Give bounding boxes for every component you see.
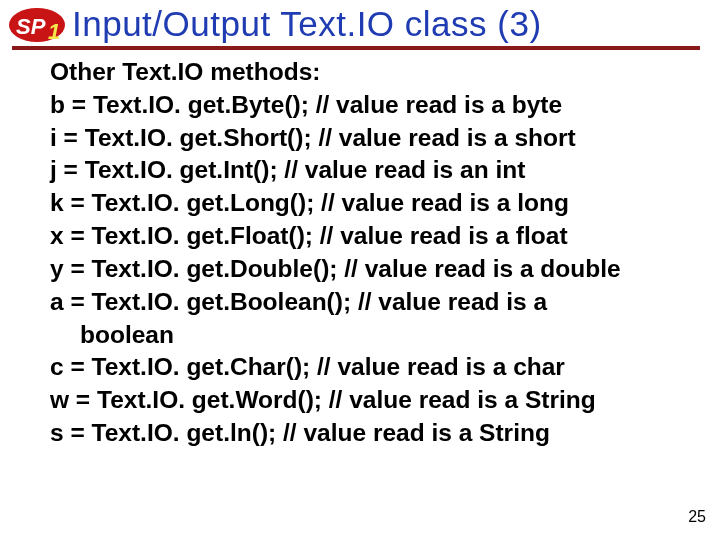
code-line: x = Text.IO. get.Float(); // value read … bbox=[50, 220, 692, 253]
logo-text-main: SP bbox=[16, 14, 46, 39]
code-line: j = Text.IO. get.Int(); // value read is… bbox=[50, 154, 692, 187]
code-line: k = Text.IO. get.Long(); // value read i… bbox=[50, 187, 692, 220]
code-line: c = Text.IO. get.Char(); // value read i… bbox=[50, 351, 692, 384]
code-line: w = Text.IO. get.Word(); // value read i… bbox=[50, 384, 692, 417]
sp1-logo-icon: SP 1 bbox=[8, 7, 66, 43]
slide-title: Input/Output Text.IO class (3) bbox=[72, 4, 542, 44]
page-number: 25 bbox=[688, 508, 706, 526]
code-line: y = Text.IO. get.Double(); // value read… bbox=[50, 253, 692, 286]
lead-line: Other Text.IO methods: bbox=[50, 56, 692, 89]
slide: SP 1 Input/Output Text.IO class (3) Othe… bbox=[0, 0, 720, 540]
code-line: i = Text.IO. get.Short(); // value read … bbox=[50, 122, 692, 155]
slide-body: Other Text.IO methods: b = Text.IO. get.… bbox=[0, 50, 720, 518]
code-line: s = Text.IO. get.ln(); // value read is … bbox=[50, 417, 692, 450]
code-line: b = Text.IO. get.Byte(); // value read i… bbox=[50, 89, 692, 122]
slide-header: SP 1 Input/Output Text.IO class (3) bbox=[0, 0, 720, 44]
code-line: a = Text.IO. get.Boolean(); // value rea… bbox=[50, 286, 692, 319]
code-line-continuation: boolean bbox=[50, 319, 692, 352]
logo-text-sub: 1 bbox=[48, 19, 60, 43]
